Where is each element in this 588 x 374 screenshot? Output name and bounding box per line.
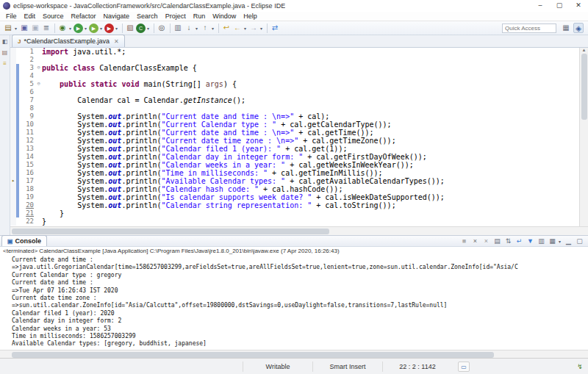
line-number[interactable]: 17: [19, 177, 35, 185]
back-icon[interactable]: ←: [232, 23, 243, 33]
code-line[interactable]: 15 System.out.println("Calendar weeks in…: [10, 161, 579, 169]
new-wizard-icon[interactable]: ▤: [3, 23, 13, 33]
code-line[interactable]: 5⊖ public static void main(String[] args…: [10, 80, 579, 88]
menu-window[interactable]: Window: [209, 12, 240, 20]
new-java-project-icon[interactable]: ▧: [125, 23, 135, 33]
new-java-class-icon-dropdown[interactable]: ▾: [146, 26, 151, 31]
annotation-ruler[interactable]: [10, 80, 16, 88]
code-line[interactable]: 20 System.out.println("Calendar string r…: [10, 201, 579, 209]
annotation-ruler[interactable]: [10, 137, 16, 145]
line-number[interactable]: 15: [19, 161, 35, 169]
menu-help[interactable]: Help: [240, 12, 261, 20]
fold-marker[interactable]: ⊖: [35, 64, 42, 72]
minimize-view-icon[interactable]: ▁: [564, 237, 573, 246]
fold-marker[interactable]: ⊖: [35, 80, 42, 88]
console-horizontal-scrollbar[interactable]: [0, 350, 588, 358]
menu-refactor[interactable]: Refactor: [68, 12, 100, 20]
annotation-ruler[interactable]: [10, 201, 16, 209]
java-ee-perspective-icon[interactable]: ◈: [573, 23, 584, 33]
code-line[interactable]: 10 System.out.println("Current Calendar …: [10, 121, 579, 129]
outline-view-icon[interactable]: ≡: [1, 60, 9, 68]
run-icon[interactable]: ▶: [74, 24, 83, 33]
forward-icon-dropdown[interactable]: ▾: [259, 26, 264, 31]
run-icon-dropdown[interactable]: ▾: [83, 26, 88, 31]
annotation-ruler[interactable]: ▸: [10, 177, 16, 185]
previous-annotation-icon-dropdown[interactable]: ▾: [210, 26, 215, 31]
menu-run[interactable]: Run: [190, 12, 209, 20]
line-number[interactable]: 18: [19, 185, 35, 193]
progress-monitor-icon[interactable]: ↯: [575, 363, 585, 370]
code-line[interactable]: 6: [10, 88, 579, 96]
line-number[interactable]: 22: [19, 217, 35, 226]
annotation-ruler[interactable]: [10, 145, 16, 153]
tab-close-icon[interactable]: ✕: [114, 38, 119, 45]
open-console-icon-dropdown[interactable]: ▾: [557, 239, 562, 244]
quick-access-input[interactable]: [502, 24, 556, 33]
code-line[interactable]: 11 System.out.println("Current date and …: [10, 129, 579, 137]
new-wizard-icon-dropdown[interactable]: ▾: [13, 26, 18, 31]
debug-icon[interactable]: ◉: [57, 23, 68, 33]
line-number[interactable]: 21: [19, 209, 35, 217]
menu-navigate[interactable]: Navigate: [100, 12, 134, 20]
annotation-ruler[interactable]: [10, 185, 16, 193]
code-line[interactable]: 13 System.out.println("Calendar filed 1 …: [10, 145, 579, 153]
code-line[interactable]: 8: [10, 104, 579, 112]
line-number[interactable]: 4: [19, 72, 35, 80]
annotation-ruler[interactable]: [10, 161, 16, 169]
code-line[interactable]: 19 System.out.println("Is calendar suppo…: [10, 193, 579, 201]
code-line[interactable]: 7 Calendar cal = Calendar.getInstance();: [10, 96, 579, 104]
debug-icon-dropdown[interactable]: ▾: [68, 26, 73, 31]
code-editor[interactable]: 1import java.util.*;23⊖public class Cale…: [10, 48, 579, 226]
editor-horizontal-scrollbar[interactable]: [10, 226, 588, 235]
console-output[interactable]: Current date and time : =>java.util.Greg…: [0, 256, 588, 350]
code-line[interactable]: 3⊖public class CalendarClassExample {: [10, 64, 579, 72]
code-line[interactable]: 1import java.util.*;: [10, 48, 579, 56]
code-line[interactable]: 9 System.out.println("Current date and t…: [10, 112, 579, 121]
annotation-ruler[interactable]: [10, 129, 16, 137]
line-number[interactable]: 8: [19, 104, 35, 112]
annotation-ruler[interactable]: [10, 104, 16, 112]
scrollbar-thumb[interactable]: [12, 229, 329, 234]
coverage-icon[interactable]: ▶: [104, 24, 114, 33]
code-line[interactable]: 14 System.out.println("Calendar day in i…: [10, 153, 579, 161]
previous-annotation-icon[interactable]: ↑: [200, 23, 210, 33]
annotation-ruler[interactable]: [10, 72, 16, 80]
last-edit-location-icon[interactable]: ↩: [221, 23, 232, 33]
display-selected-console-icon[interactable]: ▥: [537, 237, 546, 246]
annotation-ruler[interactable]: [10, 193, 16, 201]
line-number[interactable]: 2: [19, 56, 35, 64]
scrollbar-thumb[interactable]: [12, 352, 494, 358]
search-icon[interactable]: ◎: [157, 23, 167, 33]
console-tab[interactable]: ▣ Console: [1, 235, 47, 246]
minimize-button[interactable]: –: [531, 0, 550, 12]
link-with-editor-icon[interactable]: ⇄: [270, 23, 280, 33]
line-number[interactable]: 20: [19, 201, 35, 209]
line-number[interactable]: 14: [19, 153, 35, 161]
line-number[interactable]: 12: [19, 137, 35, 145]
coverage-icon-dropdown[interactable]: ▾: [114, 26, 119, 31]
pin-console-icon[interactable]: ▼: [526, 237, 535, 246]
clear-console-icon[interactable]: ▤: [492, 237, 502, 246]
new-java-class-icon[interactable]: C: [136, 24, 146, 33]
scrollbar-thumb[interactable]: [581, 54, 587, 120]
remove-launch-icon[interactable]: ×: [470, 237, 480, 246]
menu-file[interactable]: File: [2, 12, 21, 20]
line-number[interactable]: 3: [19, 64, 35, 72]
code-line[interactable]: 18 System.out.println("Calendar hash cod…: [10, 185, 579, 193]
menu-project[interactable]: Project: [162, 12, 190, 20]
code-line[interactable]: 4: [10, 72, 579, 80]
annotation-ruler[interactable]: [10, 153, 16, 161]
terminate-icon[interactable]: ■: [459, 237, 469, 246]
line-number[interactable]: 7: [19, 96, 35, 104]
line-number[interactable]: 10: [19, 121, 35, 129]
maximize-view-icon[interactable]: ▢: [575, 237, 584, 246]
word-wrap-icon[interactable]: ↵: [514, 237, 524, 246]
annotation-ruler[interactable]: [10, 217, 16, 226]
line-number[interactable]: 5: [19, 80, 35, 88]
forward-icon[interactable]: →: [248, 23, 259, 33]
line-number[interactable]: 6: [19, 88, 35, 96]
save-icon[interactable]: ▣: [19, 23, 29, 33]
next-annotation-icon[interactable]: ↓: [184, 23, 194, 33]
scroll-up-icon[interactable]: ▲: [582, 48, 587, 52]
close-button[interactable]: ✕: [569, 0, 588, 12]
